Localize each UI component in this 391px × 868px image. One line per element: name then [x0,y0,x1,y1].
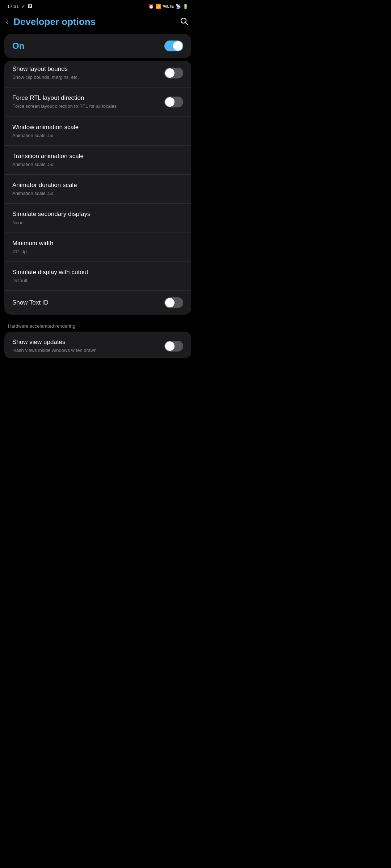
transition-animation-scale-text: Transition animation scale Animation sca… [12,152,183,168]
force-rtl-text: Force RTL layout direction Force screen … [12,94,164,110]
time: 17:31 [7,4,19,9]
show-view-updates-toggle[interactable] [164,341,183,352]
status-bar: 17:31 ✓ 🖼 ⏰ 📶 VoLTE 📡 🔋 [0,0,196,11]
show-view-updates-title: Show view updates [12,338,159,346]
wifi-icon: 📶 [156,4,161,9]
toggle-knob [165,298,175,307]
minimum-width-title: Minimum width [12,239,177,247]
settings-group-2: Show view updates Flash views inside win… [4,332,191,358]
svg-line-1 [186,22,188,25]
signal-icon: 📡 [176,4,181,9]
back-button[interactable]: ‹ [6,17,8,27]
minimum-width-subtitle: 411 dp [12,248,177,255]
show-text-id-toggle[interactable] [164,297,183,308]
show-layout-bounds-text: Show layout bounds Show clip bounds, mar… [12,65,164,81]
window-animation-scale-item[interactable]: Window animation scale Animation scale .… [4,117,191,146]
simulate-display-cutout-subtitle: Default [12,277,177,284]
image-icon: 🖼 [28,4,32,9]
show-layout-bounds-item[interactable]: Show layout bounds Show clip bounds, mar… [4,61,191,88]
developer-options-toggle-row[interactable]: On [4,34,191,58]
show-text-id-title: Show Text ID [12,299,159,307]
page-title: Developer options [13,16,96,27]
header-left: ‹ Developer options [6,16,96,27]
transition-animation-scale-item[interactable]: Transition animation scale Animation sca… [4,146,191,175]
on-label: On [12,41,24,51]
transition-animation-scale-subtitle: Animation scale .5x [12,161,177,168]
settings-group-1: Show layout bounds Show clip bounds, mar… [4,61,191,315]
battery-icon: 🔋 [183,4,188,9]
show-text-id-text: Show Text ID [12,299,164,307]
force-rtl-item[interactable]: Force RTL layout direction Force screen … [4,88,191,116]
minimum-width-text: Minimum width 411 dp [12,239,183,255]
force-rtl-title: Force RTL layout direction [12,94,159,102]
toggle-knob [173,41,182,51]
show-view-updates-subtitle: Flash views inside windows when drawn [12,347,159,354]
toggle-knob [165,341,175,351]
simulate-display-cutout-title: Simulate display with cutout [12,268,177,276]
simulate-secondary-displays-title: Simulate secondary displays [12,210,177,218]
check-icon: ✓ [21,4,25,9]
header: ‹ Developer options [0,11,196,34]
transition-animation-scale-title: Transition animation scale [12,152,177,160]
window-animation-scale-subtitle: Animation scale .5x [12,132,177,139]
simulate-secondary-displays-item[interactable]: Simulate secondary displays None [4,204,191,233]
simulate-display-cutout-text: Simulate display with cutout Default [12,268,183,284]
simulate-secondary-displays-text: Simulate secondary displays None [12,210,183,226]
status-left: 17:31 ✓ 🖼 [7,4,32,9]
show-view-updates-text: Show view updates Flash views inside win… [12,338,164,354]
show-layout-bounds-title: Show layout bounds [12,65,159,73]
simulate-secondary-displays-subtitle: None [12,220,177,226]
toggle-knob [165,97,175,107]
hardware-accelerated-rendering-header: Hardware accelerated rendering [0,318,196,332]
animator-duration-scale-title: Animator duration scale [12,181,177,189]
developer-options-toggle[interactable] [164,41,183,51]
show-layout-bounds-toggle[interactable] [164,68,183,78]
alarm-icon: ⏰ [148,4,154,9]
window-animation-scale-text: Window animation scale Animation scale .… [12,123,183,139]
minimum-width-item[interactable]: Minimum width 411 dp [4,233,191,262]
status-right: ⏰ 📶 VoLTE 📡 🔋 [148,4,188,9]
animator-duration-scale-text: Animator duration scale Animation scale … [12,181,183,197]
lte-icon: VoLTE [163,4,174,8]
toggle-knob [165,68,175,78]
show-text-id-item[interactable]: Show Text ID [4,291,191,315]
show-view-updates-item[interactable]: Show view updates Flash views inside win… [4,332,191,358]
animator-duration-scale-subtitle: Animation scale .5x [12,190,177,197]
show-layout-bounds-subtitle: Show clip bounds, margins, etc. [12,74,159,81]
simulate-display-cutout-item[interactable]: Simulate display with cutout Default [4,262,191,291]
force-rtl-toggle[interactable] [164,97,183,107]
animator-duration-scale-item[interactable]: Animator duration scale Animation scale … [4,175,191,204]
window-animation-scale-title: Window animation scale [12,123,177,131]
search-button[interactable] [180,17,188,27]
force-rtl-subtitle: Force screen layout direction to RTL for… [12,103,159,110]
